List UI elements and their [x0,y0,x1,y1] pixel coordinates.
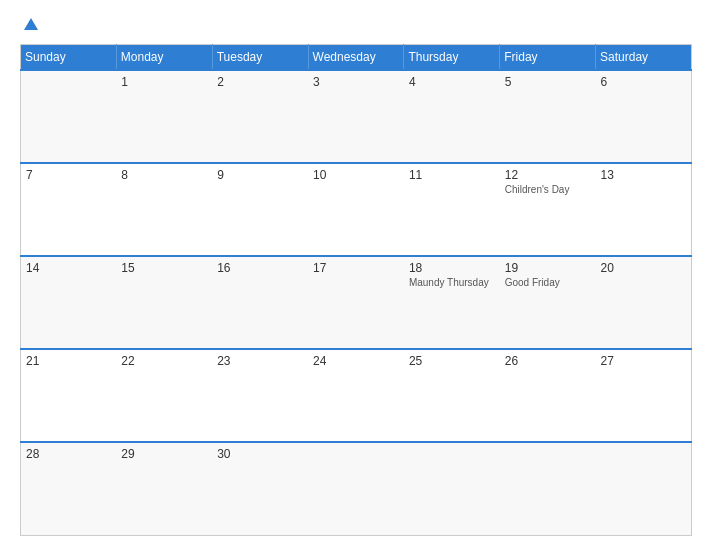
calendar-cell [404,442,500,535]
calendar-cell: 10 [308,163,404,256]
logo [20,18,38,32]
day-number: 23 [217,354,303,368]
calendar-cell: 13 [596,163,692,256]
calendar-cell: 8 [116,163,212,256]
day-number: 6 [601,75,686,89]
weekday-header-friday: Friday [500,45,596,71]
day-number: 18 [409,261,495,275]
day-number: 13 [601,168,686,182]
calendar-cell: 18Maundy Thursday [404,256,500,349]
day-number: 8 [121,168,207,182]
calendar-cell: 6 [596,70,692,163]
day-number: 14 [26,261,111,275]
calendar-cell: 1 [116,70,212,163]
week-row-3: 21222324252627 [21,349,692,442]
weekday-header-thursday: Thursday [404,45,500,71]
calendar-page: SundayMondayTuesdayWednesdayThursdayFrid… [0,0,712,550]
day-number: 9 [217,168,303,182]
week-row-1: 789101112Children's Day13 [21,163,692,256]
weekday-header-tuesday: Tuesday [212,45,308,71]
weekday-header-monday: Monday [116,45,212,71]
day-number: 25 [409,354,495,368]
calendar-cell: 4 [404,70,500,163]
calendar-cell [500,442,596,535]
holiday-name: Good Friday [505,277,591,288]
calendar-cell: 29 [116,442,212,535]
day-number: 12 [505,168,591,182]
calendar-cell: 27 [596,349,692,442]
calendar-cell: 25 [404,349,500,442]
day-number: 10 [313,168,399,182]
day-number: 28 [26,447,111,461]
calendar-cell: 23 [212,349,308,442]
day-number: 2 [217,75,303,89]
calendar-cell: 9 [212,163,308,256]
weekday-header-saturday: Saturday [596,45,692,71]
holiday-name: Children's Day [505,184,591,195]
calendar-cell: 15 [116,256,212,349]
calendar-cell [21,70,117,163]
calendar-cell: 3 [308,70,404,163]
day-number: 11 [409,168,495,182]
calendar-cell: 16 [212,256,308,349]
calendar-cell: 22 [116,349,212,442]
calendar-cell: 28 [21,442,117,535]
day-number: 27 [601,354,686,368]
calendar-cell: 24 [308,349,404,442]
header [20,18,692,32]
calendar-cell: 14 [21,256,117,349]
holiday-name: Maundy Thursday [409,277,495,288]
day-number: 7 [26,168,111,182]
calendar-cell: 5 [500,70,596,163]
day-number: 26 [505,354,591,368]
week-row-4: 282930 [21,442,692,535]
calendar-cell: 21 [21,349,117,442]
weekday-header-sunday: Sunday [21,45,117,71]
day-number: 1 [121,75,207,89]
week-row-2: 1415161718Maundy Thursday19Good Friday20 [21,256,692,349]
week-row-0: 123456 [21,70,692,163]
day-number: 16 [217,261,303,275]
day-number: 30 [217,447,303,461]
calendar-cell [596,442,692,535]
day-number: 17 [313,261,399,275]
calendar-table: SundayMondayTuesdayWednesdayThursdayFrid… [20,44,692,536]
day-number: 24 [313,354,399,368]
day-number: 19 [505,261,591,275]
day-number: 20 [601,261,686,275]
calendar-cell: 30 [212,442,308,535]
weekday-header-row: SundayMondayTuesdayWednesdayThursdayFrid… [21,45,692,71]
day-number: 5 [505,75,591,89]
calendar-cell: 20 [596,256,692,349]
calendar-cell: 11 [404,163,500,256]
day-number: 4 [409,75,495,89]
logo-triangle-icon [24,18,38,30]
day-number: 3 [313,75,399,89]
calendar-cell: 19Good Friday [500,256,596,349]
calendar-cell: 2 [212,70,308,163]
weekday-header-wednesday: Wednesday [308,45,404,71]
day-number: 15 [121,261,207,275]
day-number: 21 [26,354,111,368]
day-number: 29 [121,447,207,461]
calendar-cell: 12Children's Day [500,163,596,256]
day-number: 22 [121,354,207,368]
calendar-cell: 26 [500,349,596,442]
calendar-cell [308,442,404,535]
calendar-cell: 17 [308,256,404,349]
calendar-cell: 7 [21,163,117,256]
